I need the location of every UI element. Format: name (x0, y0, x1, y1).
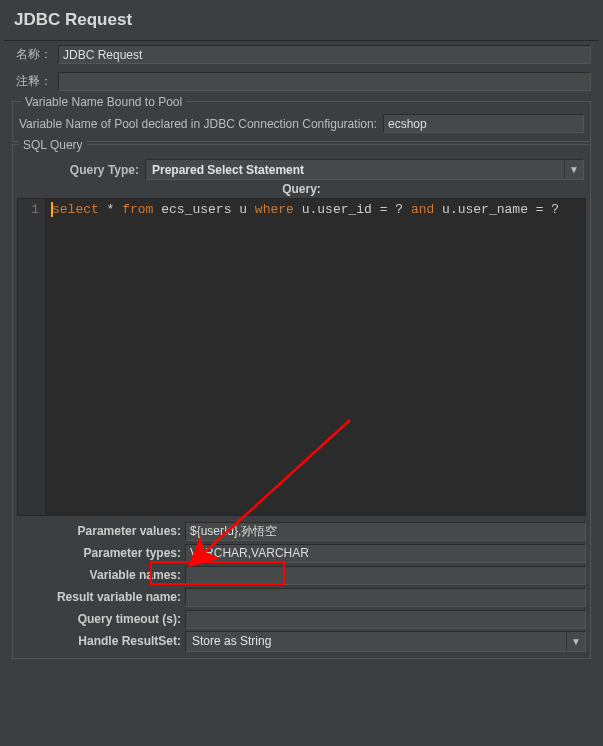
handle-rs-value: Store as String (186, 634, 566, 648)
line-number: 1 (18, 202, 39, 217)
chevron-down-icon[interactable]: ▼ (566, 632, 585, 651)
sql-fieldset: SQL Query Query Type: Prepared Select St… (12, 144, 591, 659)
sql-cond2: u.user_name = ? (434, 202, 559, 217)
comment-input[interactable] (58, 72, 591, 91)
sql-keyword-from: from (122, 202, 153, 217)
pool-legend: Variable Name Bound to Pool (21, 95, 186, 109)
param-values-row: Parameter values: (17, 520, 586, 542)
query-type-row: Query Type: Prepared Select Statement ▼ (17, 159, 586, 180)
sql-keyword-where: where (255, 202, 294, 217)
sql-keyword-select: select (52, 202, 99, 217)
editor-content[interactable]: select * from ecs_users u where u.user_i… (46, 199, 585, 515)
name-row: 名称： (4, 41, 599, 68)
handle-rs-row: Handle ResultSet: Store as String ▼ (17, 630, 586, 652)
result-var-input[interactable] (185, 588, 586, 607)
param-table: Parameter values: Parameter types: Varia… (17, 520, 586, 652)
param-types-row: Parameter types: (17, 542, 586, 564)
query-timeout-input[interactable] (185, 610, 586, 629)
editor-gutter: 1 (18, 199, 46, 515)
query-type-combo[interactable]: Prepared Select Statement ▼ (145, 159, 584, 180)
query-type-value: Prepared Select Statement (146, 163, 564, 177)
query-label: Query: (17, 180, 586, 198)
comment-row: 注释： (4, 68, 599, 95)
var-names-input[interactable] (185, 566, 586, 585)
var-names-label: Variable names: (17, 568, 185, 582)
panel-title: JDBC Request (4, 4, 599, 41)
comment-label: 注释： (16, 73, 52, 90)
param-values-label: Parameter values: (17, 524, 185, 538)
pool-label: Variable Name of Pool declared in JDBC C… (19, 117, 377, 131)
name-input[interactable] (58, 45, 591, 64)
sql-editor[interactable]: 1 select * from ecs_users u where u.user… (17, 198, 586, 516)
pool-fieldset: Variable Name Bound to Pool Variable Nam… (12, 101, 591, 142)
sql-star: * (99, 202, 122, 217)
param-types-input[interactable] (185, 544, 586, 563)
handle-rs-label: Handle ResultSet: (17, 634, 185, 648)
sql-legend: SQL Query (19, 138, 87, 152)
query-type-label: Query Type: (19, 163, 139, 177)
sql-table: ecs_users u (153, 202, 254, 217)
var-names-row: Variable names: (17, 564, 586, 586)
param-types-label: Parameter types: (17, 546, 185, 560)
param-values-input[interactable] (185, 522, 586, 541)
jdbc-request-panel: JDBC Request 名称： 注释： Variable Name Bound… (0, 0, 603, 746)
query-timeout-label: Query timeout (s): (17, 612, 185, 626)
sql-cond1: u.user_id = ? (294, 202, 411, 217)
name-label: 名称： (16, 46, 52, 63)
chevron-down-icon[interactable]: ▼ (564, 160, 583, 179)
sql-keyword-and: and (411, 202, 434, 217)
handle-rs-combo[interactable]: Store as String ▼ (185, 631, 586, 652)
query-timeout-row: Query timeout (s): (17, 608, 586, 630)
pool-name-input[interactable] (383, 114, 584, 133)
text-cursor (51, 202, 53, 217)
result-var-row: Result variable name: (17, 586, 586, 608)
result-var-label: Result variable name: (17, 590, 185, 604)
